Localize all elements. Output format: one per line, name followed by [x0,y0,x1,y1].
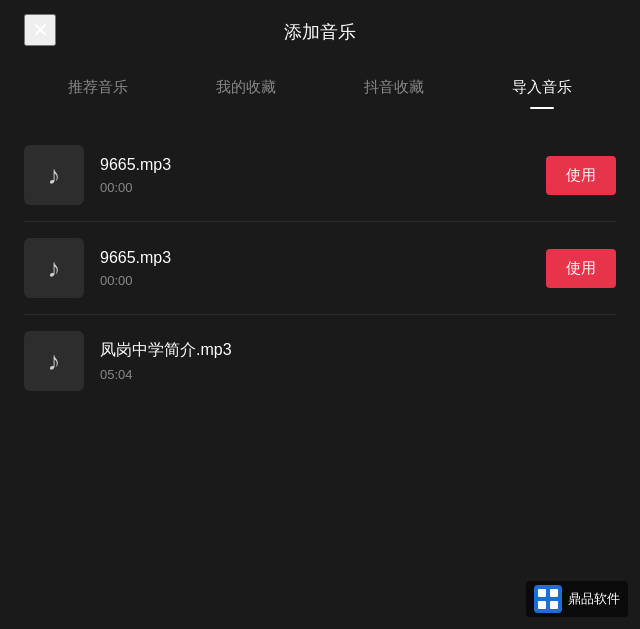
tab-recommended[interactable]: 推荐音乐 [24,68,172,109]
music-info: 9665.mp3 00:00 [100,156,546,195]
music-duration: 00:00 [100,180,546,195]
music-name: 9665.mp3 [100,156,546,174]
list-item: ♪ 9665.mp3 00:00 使用 [24,222,616,315]
music-thumbnail: ♪ [24,331,84,391]
tab-douyin-favorites[interactable]: 抖音收藏 [320,68,468,109]
use-button[interactable]: 使用 [546,156,616,195]
music-name: 9665.mp3 [100,249,546,267]
music-duration: 00:00 [100,273,546,288]
music-info: 9665.mp3 00:00 [100,249,546,288]
watermark-logo-icon [534,585,562,613]
svg-rect-0 [534,585,562,613]
close-icon: ✕ [32,18,49,42]
use-button[interactable]: 使用 [546,249,616,288]
tab-my-favorites[interactable]: 我的收藏 [172,68,320,109]
music-thumbnail: ♪ [24,145,84,205]
music-list: ♪ 9665.mp3 00:00 使用 ♪ 9665.mp3 00:00 使用 … [0,117,640,419]
list-item: ♪ 9665.mp3 00:00 使用 [24,129,616,222]
music-name: 凤岗中学简介.mp3 [100,340,616,361]
music-duration: 05:04 [100,367,616,382]
close-button[interactable]: ✕ [24,14,56,46]
music-info: 凤岗中学简介.mp3 05:04 [100,340,616,382]
music-thumbnail: ♪ [24,238,84,298]
tab-import[interactable]: 导入音乐 [468,68,616,109]
header: ✕ 添加音乐 [0,0,640,60]
music-note-icon: ♪ [48,253,61,284]
page-title: 添加音乐 [284,20,356,44]
watermark: 鼎品软件 [526,581,628,617]
tab-bar: 推荐音乐 我的收藏 抖音收藏 导入音乐 [0,60,640,109]
music-note-icon: ♪ [48,160,61,191]
music-note-icon: ♪ [48,346,61,377]
svg-rect-4 [550,601,558,609]
list-item: ♪ 凤岗中学简介.mp3 05:04 [24,315,616,407]
svg-rect-3 [538,601,546,609]
svg-rect-2 [550,589,558,597]
watermark-text: 鼎品软件 [568,590,620,608]
svg-rect-1 [538,589,546,597]
